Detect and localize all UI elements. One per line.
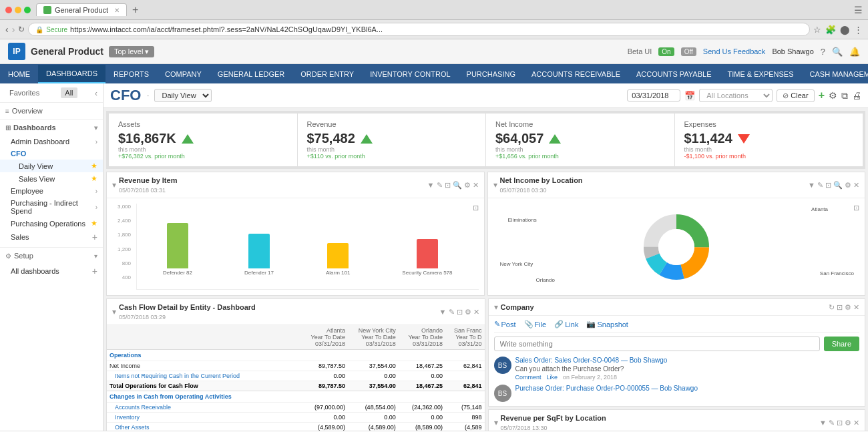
top-level-button[interactable]: Top level ▾	[109, 46, 154, 57]
sidebar-collapse-icon[interactable]: ‹	[95, 88, 97, 98]
sidebar-sub-item-daily[interactable]: Daily View ★	[0, 160, 103, 172]
sidebar-all-dashboards[interactable]: All dashboards +	[0, 264, 103, 278]
cashflow-remove-button[interactable]: ✕	[473, 308, 479, 316]
like-link-1[interactable]: Like	[547, 374, 558, 381]
donut-chart-svg	[640, 210, 713, 284]
cashflow-collapse-button[interactable]: ▾	[112, 307, 116, 316]
post-button[interactable]: ✎ Post	[494, 320, 516, 329]
sidebar-setup-header[interactable]: ⚙ Setup ▾	[0, 248, 103, 264]
file-button[interactable]: 📎 File	[524, 320, 547, 329]
net-income-view-button[interactable]: ⊡	[825, 181, 831, 190]
revenue-settings-button[interactable]: ⚙	[464, 181, 471, 190]
nav-item-order-entry[interactable]: ORDER ENTRY	[292, 65, 362, 83]
revenue-remove-button[interactable]: ✕	[473, 181, 479, 190]
bookmark-icon[interactable]: ☆	[813, 25, 821, 35]
chrome-icon[interactable]: ⬤	[840, 25, 850, 35]
date-input[interactable]	[627, 89, 680, 101]
help-button[interactable]: ?	[821, 47, 825, 57]
company-remove-button[interactable]: ✕	[853, 303, 859, 312]
cashflow-edit-button[interactable]: ✎	[449, 308, 455, 316]
address-bar[interactable]: 🔒 Secure https://www.intacct.com/ia/acct…	[28, 23, 810, 36]
sidebar-item-cfo[interactable]: CFO	[0, 148, 103, 160]
nav-item-reports[interactable]: REPORTS	[105, 65, 157, 83]
more-icon[interactable]: ⋮	[854, 25, 863, 35]
revenue-sqft-collapse-button[interactable]: ▾	[494, 418, 498, 427]
revenue-sqft-settings-button[interactable]: ⚙	[845, 419, 851, 427]
copy-button[interactable]: ⧉	[841, 90, 848, 101]
new-tab-button[interactable]: +	[132, 4, 138, 16]
all-tab[interactable]: All	[61, 87, 77, 98]
calendar-icon[interactable]: 📅	[684, 91, 695, 101]
nav-item-home[interactable]: HOME	[0, 65, 38, 83]
send-feedback-link[interactable]: Send Us Feedback	[703, 47, 766, 55]
kpi-assets-value: $16,867K	[118, 131, 176, 146]
tab-close-icon[interactable]: ✕	[114, 7, 120, 14]
company-settings-button[interactable]: ⚙	[845, 303, 851, 312]
forward-button[interactable]: ›	[12, 24, 15, 35]
extensions-icon[interactable]: 🧩	[825, 25, 836, 35]
favorites-tab[interactable]: Favorites	[5, 87, 43, 98]
print-button[interactable]: 🖨	[852, 90, 861, 101]
revenue-sqft-filter-button[interactable]: ▼	[819, 419, 827, 427]
browser-tab[interactable]: General Product ✕	[36, 3, 127, 16]
nav-item-cash[interactable]: CASH MANAGEMENT	[802, 65, 868, 83]
chart-expand-button[interactable]: ⊡	[473, 204, 479, 212]
nav-item-gl[interactable]: GENERAL LEDGER	[210, 65, 292, 83]
back-button[interactable]: ‹	[5, 24, 9, 35]
revenue-filter-button[interactable]: ▼	[427, 181, 435, 189]
cashflow-filter-button[interactable]: ▼	[439, 308, 447, 316]
settings-button[interactable]: ⚙	[829, 90, 837, 101]
view-dropdown[interactable]: Daily View	[154, 89, 212, 102]
net-income-settings-button[interactable]: ⚙	[845, 181, 851, 190]
company-refresh-button[interactable]: ↻	[829, 303, 835, 312]
add-widget-button[interactable]: +	[819, 89, 825, 101]
net-income-collapse-button[interactable]: ▾	[493, 180, 497, 190]
sidebar-item-employee[interactable]: Employee ›	[0, 185, 103, 197]
sidebar-item-purchasing-indirect[interactable]: Purchasing - Indirect Spend ›	[0, 197, 103, 217]
revenue-sqft-remove-button[interactable]: ✕	[853, 419, 859, 427]
company-post-input[interactable]	[494, 337, 820, 351]
notifications-button[interactable]: 🔔	[849, 47, 860, 57]
sidebar-dashboards-header[interactable]: ⊞ Dashboards ▾	[0, 120, 103, 136]
nav-item-ap[interactable]: ACCOUNTS PAYABLE	[628, 65, 719, 83]
nav-item-company[interactable]: COMPANY	[157, 65, 210, 83]
net-income-search-button[interactable]: 🔍	[833, 181, 843, 190]
net-income-filter-button[interactable]: ▼	[808, 181, 815, 189]
nav-item-inventory[interactable]: INVENTORY CONTROL	[362, 65, 458, 83]
browser-menu-icon[interactable]: ☰	[854, 5, 863, 15]
toggle-on-badge[interactable]: On	[658, 47, 674, 56]
revenue-collapse-button[interactable]: ▾	[112, 180, 116, 190]
revenue-sqft-view-button[interactable]: ⊡	[837, 419, 843, 427]
revenue-sqft-edit-button[interactable]: ✎	[829, 419, 835, 427]
share-button[interactable]: Share	[824, 337, 859, 351]
refresh-button[interactable]: ↻	[18, 25, 25, 34]
revenue-search-button[interactable]: 🔍	[453, 181, 462, 190]
net-income-remove-button[interactable]: ✕	[853, 181, 859, 190]
dot-green	[24, 7, 31, 13]
company-view-button[interactable]: ⊡	[837, 303, 843, 312]
location-select[interactable]: All Locations	[699, 89, 773, 102]
sidebar-overview-header[interactable]: ≡ Overview	[0, 103, 103, 119]
company-input-row: Share	[494, 337, 860, 351]
cashflow-view-button[interactable]: ⊡	[457, 308, 463, 316]
comment-link-1[interactable]: Comment	[515, 374, 541, 381]
sidebar-sub-item-sales[interactable]: Sales View ★	[0, 172, 103, 185]
revenue-view-button[interactable]: ⊡	[445, 181, 451, 190]
company-collapse-button[interactable]: ▾	[494, 302, 498, 312]
nav-item-purchasing[interactable]: PURCHASING	[459, 65, 523, 83]
nav-item-dashboards[interactable]: DASHBOARDS	[38, 65, 105, 83]
nav-item-time[interactable]: TIME & EXPENSES	[719, 65, 801, 83]
snapshot-button[interactable]: 📷 Snapshot	[586, 320, 628, 329]
nav-item-ar[interactable]: ACCOUNTS RECEIVABLE	[523, 65, 628, 83]
search-button[interactable]: 🔍	[832, 47, 843, 57]
sidebar-item-sales[interactable]: Sales +	[0, 230, 103, 244]
link-button[interactable]: 🔗 Link	[554, 320, 578, 329]
cashflow-settings-button[interactable]: ⚙	[465, 308, 471, 316]
sidebar-item-purchasing-ops[interactable]: Purchasing Operations ★	[0, 217, 103, 230]
net-income-edit-button[interactable]: ✎	[817, 181, 823, 190]
donut-expand-button[interactable]: ⊡	[853, 204, 859, 212]
toggle-off-badge[interactable]: Off	[681, 47, 696, 56]
revenue-edit-button[interactable]: ✎	[437, 181, 443, 190]
clear-button[interactable]: ⊘ Clear	[777, 89, 814, 102]
sidebar-item-admin[interactable]: Admin Dashboard ›	[0, 136, 103, 148]
